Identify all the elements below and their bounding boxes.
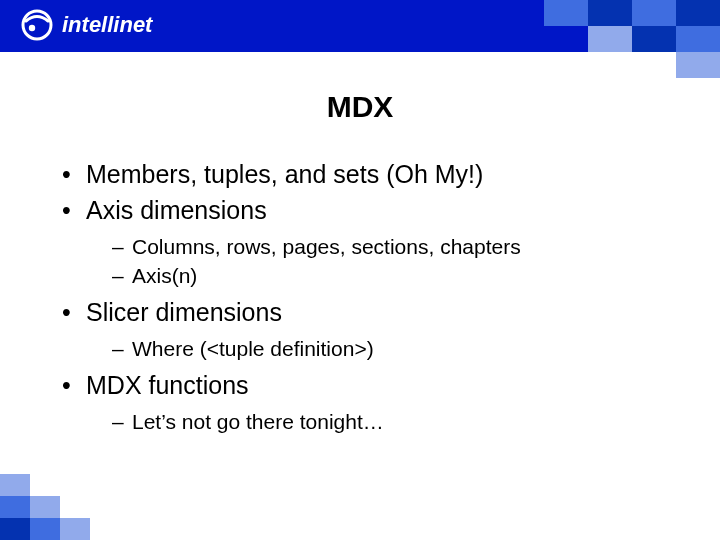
bullet-item: Members, tuples, and sets (Oh My!) bbox=[60, 158, 660, 192]
slide-content: Members, tuples, and sets (Oh My!) Axis … bbox=[60, 158, 660, 443]
slide-title: MDX bbox=[0, 90, 720, 124]
sub-bullet-text: Where (<tuple definition>) bbox=[132, 337, 374, 360]
sub-bullet-item: Where (<tuple definition>) bbox=[86, 334, 660, 363]
sub-bullet-text: Axis(n) bbox=[132, 264, 197, 287]
sub-bullet-item: Columns, rows, pages, sections, chapters bbox=[86, 232, 660, 261]
bullet-text: Axis dimensions bbox=[86, 196, 267, 224]
sub-bullet-item: Let’s not go there tonight… bbox=[86, 407, 660, 436]
bullet-text: Members, tuples, and sets (Oh My!) bbox=[86, 160, 483, 188]
bullet-item: Axis dimensions Columns, rows, pages, se… bbox=[60, 194, 660, 291]
decor-mosaic-top-right bbox=[520, 0, 720, 80]
svg-point-1 bbox=[29, 25, 35, 31]
brand-logo: intellinet bbox=[20, 8, 152, 42]
sub-bullet-text: Let’s not go there tonight… bbox=[132, 410, 384, 433]
brand-name: intellinet bbox=[62, 12, 152, 38]
bullet-text: Slicer dimensions bbox=[86, 298, 282, 326]
bullet-item: MDX functions Let’s not go there tonight… bbox=[60, 369, 660, 436]
brand-logo-icon bbox=[20, 8, 54, 42]
bullet-item: Slicer dimensions Where (<tuple definiti… bbox=[60, 296, 660, 363]
slide: intellinet MDX Members, tuples, and sets… bbox=[0, 0, 720, 540]
bullet-text: MDX functions bbox=[86, 371, 249, 399]
sub-bullet-text: Columns, rows, pages, sections, chapters bbox=[132, 235, 521, 258]
decor-mosaic-bottom-left bbox=[0, 460, 120, 540]
sub-bullet-item: Axis(n) bbox=[86, 261, 660, 290]
